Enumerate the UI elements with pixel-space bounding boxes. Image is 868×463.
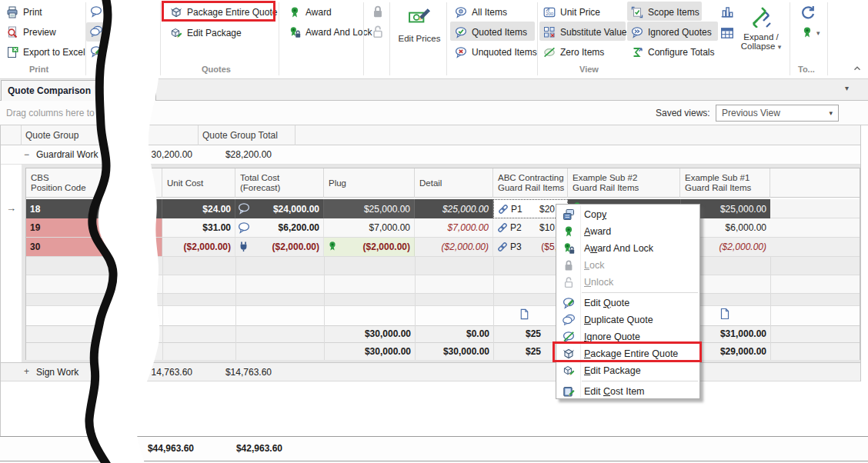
scope-items-icon [631, 6, 643, 18]
ribbon-separator [790, 2, 790, 75]
cell-cbs-19[interactable]: 19 [26, 218, 162, 237]
totals2-plug: $30,000.00 [324, 344, 415, 359]
bar-chart-icon[interactable] [720, 5, 734, 18]
cell-cbs-18[interactable]: 18 [26, 199, 162, 218]
tab-title: Quote Comparison [8, 85, 91, 96]
column-header-cbs-position-code[interactable]: CBSPosition Code [26, 168, 162, 198]
menu-item-edit-package[interactable]: Edit Package [556, 362, 699, 379]
substitute-values-button[interactable]: Substitute Values [543, 23, 632, 42]
cell-detail-18[interactable]: $25,000.00 [415, 199, 493, 218]
zero-items-button[interactable]: Zero Items [543, 43, 604, 62]
edit-prices-button[interactable]: Edit Prices [394, 6, 445, 43]
menu-item-label: Edit Cost Item [584, 386, 645, 397]
menu-item-label: Award And Lock [584, 243, 653, 254]
cell-cbs-30[interactable]: 30 [26, 238, 162, 256]
menu-item-label: Duplicate Quote [584, 315, 653, 325]
cell-unit-cost-19[interactable]: $31.00 [162, 218, 235, 237]
cell-detail-30[interactable]: ($2,000.00) [415, 238, 493, 256]
unit-price-button[interactable]: Unit Price [543, 3, 600, 22]
menu-item-label: Edit Package [584, 365, 641, 376]
quote-bubble-icon[interactable] [90, 5, 102, 18]
menu-item-duplicate-quote[interactable]: Duplicate Quote [556, 311, 699, 328]
freeze-columns-icon[interactable] [720, 26, 734, 40]
award-button[interactable]: Award [289, 3, 332, 22]
saved-views-dropdown[interactable]: Previous View ▾ [716, 105, 839, 122]
export-label: Export to Excel [23, 47, 85, 58]
cell-unit-cost-30[interactable]: ($2,000.00) [162, 238, 235, 256]
inner-grid: CBSPosition Code Unit Cost Total Cost(Fo… [25, 168, 860, 360]
configure-totals-label: Configure Totals [648, 47, 715, 58]
all-items-button[interactable]: All Items [455, 3, 507, 22]
expand-collapse-button[interactable]: Expand / Collapse ▾ [737, 5, 785, 51]
refresh-icon[interactable] [800, 5, 816, 20]
lock-icon[interactable] [371, 5, 385, 18]
new-quote-doc-icon[interactable] [519, 308, 530, 320]
quoted-items-button[interactable]: Quoted Items [455, 23, 527, 42]
footer-subtotal: $44,963.60 [121, 440, 198, 457]
quote-bubble-double-icon[interactable] [90, 25, 102, 38]
empty-row[interactable] [26, 294, 860, 306]
copy-icon [563, 208, 575, 221]
award-and-lock-button[interactable]: Award And Lock [289, 23, 372, 42]
ignored-quotes-button[interactable]: Ignored Quotes [631, 23, 712, 42]
scope-items-button[interactable]: Scope Items [631, 3, 699, 22]
cell-plug-30-awarded[interactable]: ($2,000.00) [324, 238, 415, 256]
menu-separator [582, 381, 698, 381]
ribbon-collapse-icon[interactable] [852, 63, 863, 74]
menu-item-award-and-lock[interactable]: Award And Lock [556, 240, 699, 257]
configure-totals-button[interactable]: Configure Totals [631, 43, 715, 62]
award-dropdown-icon[interactable] [801, 26, 813, 38]
column-header-abc-contracting[interactable]: ABC ContractingGuard Rail Items [493, 168, 568, 198]
column-header-example-sub-1[interactable]: Example Sub #1Guard Rail Items [680, 168, 770, 198]
unit-price-label: Unit Price [560, 7, 600, 18]
column-header-quote-group-total[interactable]: Quote Group Total [199, 125, 295, 145]
tab-list-caret[interactable]: ▾ [845, 84, 849, 92]
sign-work-group-name: Sign Work [36, 367, 78, 378]
annotation-box-ribbon-package-entire-quote [162, 1, 275, 22]
column-header-example-sub-2[interactable]: Example Sub #2Guard Rail Items [568, 168, 680, 198]
cell-total-cost-19[interactable]: $6,200.00 [235, 218, 324, 237]
expand-glyph[interactable]: + [24, 366, 29, 377]
empty-row[interactable] [26, 275, 860, 294]
cell-plug-19[interactable]: $7,000.00 [324, 218, 415, 237]
guardrail-subtotal: 30,200.00 [115, 145, 196, 164]
column-header-unit-cost[interactable]: Unit Cost [162, 168, 235, 198]
column-header-detail[interactable]: Detail [415, 168, 493, 198]
note-bubble-icon [238, 202, 250, 215]
column-header-quote-group[interactable]: Quote Group [22, 125, 199, 145]
menu-item-edit-quote[interactable]: Edit Quote [556, 295, 699, 311]
edit-package-button[interactable]: Edit Package [170, 24, 242, 42]
column-header-total-cost-forecast[interactable]: Total Cost(Forecast) [235, 168, 324, 198]
menu-item-edit-cost-item[interactable]: Edit Cost Item [556, 383, 699, 400]
collapse-glyph[interactable]: − [24, 149, 29, 160]
ribbon-separator [389, 2, 390, 75]
empty-row[interactable] [26, 257, 860, 275]
menu-item-copy[interactable]: Copy [556, 206, 699, 223]
cell-unit-cost-18[interactable]: $24.00 [162, 199, 235, 218]
quote-bubble-pencil-icon[interactable] [90, 45, 102, 58]
excel-icon [6, 46, 18, 58]
preview-button[interactable]: Preview [6, 23, 56, 42]
export-to-excel-button[interactable]: Export to Excel [6, 43, 85, 62]
award-dropdown-caret[interactable]: ▾ [816, 29, 820, 37]
new-quote-row[interactable] [26, 306, 860, 325]
tab-close-icon[interactable] [139, 85, 150, 96]
ribbon-separator [446, 2, 447, 75]
duplicate-quote-icon [563, 314, 575, 326]
menu-item-lock-disabled[interactable]: Lock [556, 257, 699, 274]
cell-detail-19[interactable]: $7,000.00 [415, 218, 493, 237]
preview-label: Preview [23, 27, 56, 38]
unlock-icon[interactable] [371, 25, 385, 38]
column-header-plug[interactable]: Plug [324, 168, 415, 198]
tab-quote-comparison[interactable]: Quote Comparison [1, 80, 156, 101]
new-quote-doc-icon[interactable] [719, 308, 731, 320]
menu-item-award[interactable]: Award [556, 223, 699, 240]
print-button[interactable]: Print [6, 3, 42, 22]
unquoted-items-button[interactable]: Unquoted Items [455, 43, 537, 62]
cell-total-cost-18[interactable]: $24,000.00 [235, 199, 324, 218]
unquoted-items-bubble-icon [455, 46, 467, 58]
cell-total-cost-30[interactable]: ($2,000.00) [235, 238, 324, 256]
cell-plug-18[interactable]: $25,000.00 [324, 199, 415, 218]
quoted-items-bubble-icon [455, 26, 467, 38]
menu-item-unlock-disabled[interactable]: Unlock [556, 274, 699, 291]
